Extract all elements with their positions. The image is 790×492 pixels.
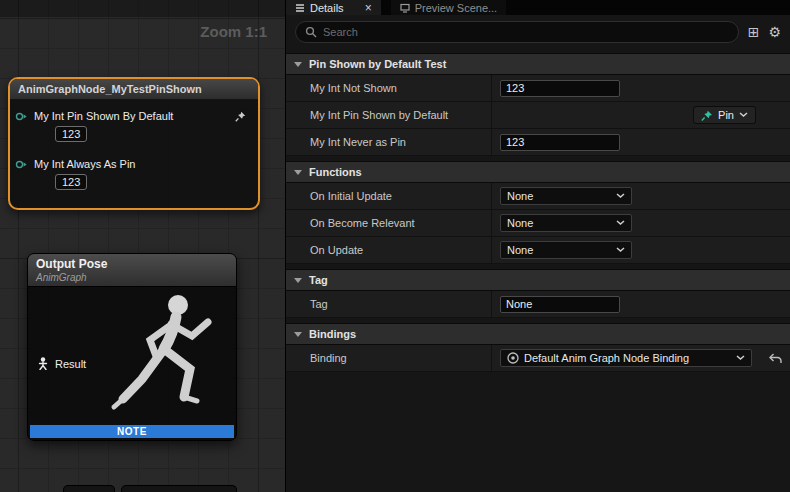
chevron-down-icon: [294, 332, 302, 337]
property-row-binding: Binding Default Anim Graph Node Binding: [286, 345, 790, 372]
property-row-my-int-pin-shown: My Int Pin Shown by Default Pin: [286, 102, 790, 129]
section-title: Functions: [309, 166, 362, 178]
section-title: Tag: [309, 274, 328, 286]
property-row-on-initial-update: On Initial Update None: [286, 183, 790, 210]
property-value: [491, 129, 790, 155]
dropdown-value: None: [507, 244, 611, 256]
search-icon: [305, 26, 317, 38]
section-title: Pin Shown by Default Test: [309, 58, 446, 70]
tab-label: Preview Scene...: [415, 2, 498, 14]
int-pin-icon[interactable]: [15, 111, 28, 122]
tab-preview-scene[interactable]: Preview Scene...: [391, 0, 507, 15]
result-pin[interactable]: Result: [37, 357, 86, 370]
section-title: Bindings: [309, 328, 356, 340]
pin-label: My Int Always As Pin: [34, 158, 135, 170]
preview-scene-tab-icon: [400, 3, 410, 13]
section-header-pin-shown[interactable]: Pin Shown by Default Test: [286, 53, 790, 75]
node-header[interactable]: Output Pose AnimGraph: [28, 254, 236, 287]
property-value: None: [491, 183, 790, 209]
node-title[interactable]: AnimGraphNode_MyTestPinShown: [10, 79, 258, 100]
details-panel: Details × Preview Scene... ⊞ ⚙ Pin Shown…: [285, 0, 790, 492]
pin-toggle-icon[interactable]: [235, 111, 252, 122]
property-row-tag: Tag: [286, 291, 790, 318]
tab-details[interactable]: Details ×: [286, 0, 381, 15]
close-icon[interactable]: ×: [365, 2, 372, 14]
int-pin-icon[interactable]: [15, 159, 28, 170]
reset-binding-arrow-icon[interactable]: [769, 353, 782, 364]
chevron-down-icon: [736, 355, 745, 361]
binding-icon: [507, 352, 519, 364]
graph-editor-canvas[interactable]: Zoom 1:1 AnimGraphNode_MyTestPinShown My…: [0, 0, 285, 492]
property-label: My Int Pin Shown by Default: [286, 102, 491, 128]
pin-label: My Int Pin Shown By Default: [34, 110, 173, 122]
output-pose-node[interactable]: Output Pose AnimGraph: [27, 253, 237, 441]
mannequin-image: [104, 287, 234, 437]
section-header-tag[interactable]: Tag: [286, 269, 790, 291]
tag-input[interactable]: [500, 296, 620, 313]
on-initial-update-dropdown[interactable]: None: [500, 187, 632, 205]
chevron-down-icon: [616, 193, 625, 199]
property-value: Pin: [491, 102, 790, 128]
pin-value-input[interactable]: 123: [55, 174, 87, 190]
property-label: On Become Relevant: [286, 210, 491, 236]
property-label: On Update: [286, 237, 491, 263]
zoom-level-label: Zoom 1:1: [200, 23, 267, 40]
tab-label: Details: [310, 2, 344, 14]
property-label: My Int Never as Pin: [286, 129, 491, 155]
on-become-relevant-dropdown[interactable]: None: [500, 214, 632, 232]
pin-visibility-dropdown[interactable]: Pin: [693, 106, 756, 124]
chevron-down-icon: [294, 278, 302, 283]
chevron-down-icon: [294, 170, 302, 175]
graph-top-strip: [0, 0, 285, 17]
node-title: Output Pose: [36, 257, 228, 271]
property-value: None: [491, 210, 790, 236]
search-row: ⊞ ⚙: [286, 15, 790, 48]
pose-pin-icon: [37, 357, 49, 370]
result-pin-label: Result: [55, 358, 86, 370]
binding-dropdown[interactable]: Default Anim Graph Node Binding: [500, 349, 752, 367]
on-update-dropdown[interactable]: None: [500, 241, 632, 259]
chevron-down-icon: [739, 112, 748, 118]
anim-graph-test-node[interactable]: AnimGraphNode_MyTestPinShown My Int Pin …: [8, 77, 260, 210]
node-subtitle: AnimGraph: [36, 272, 228, 283]
property-value: Default Anim Graph Node Binding: [491, 345, 790, 371]
dropdown-value: None: [507, 217, 611, 229]
section-header-bindings[interactable]: Bindings: [286, 323, 790, 345]
tab-bar: Details × Preview Scene...: [286, 0, 790, 15]
gear-icon[interactable]: ⚙: [768, 25, 781, 39]
search-box[interactable]: [295, 21, 739, 43]
display-filter-icon[interactable]: ⊞: [748, 25, 760, 39]
my-int-never-as-pin-input[interactable]: [500, 134, 620, 151]
pin-combo-label: Pin: [718, 109, 734, 121]
property-row-my-int-not-shown: My Int Not Shown: [286, 75, 790, 102]
search-input[interactable]: [323, 26, 729, 38]
pin-value-input[interactable]: 123: [55, 126, 87, 142]
property-label: Tag: [286, 291, 491, 317]
property-label: Binding: [286, 345, 491, 371]
partial-node[interactable]: [121, 485, 237, 492]
property-row-my-int-never-pin: My Int Never as Pin: [286, 129, 790, 156]
property-label: On Initial Update: [286, 183, 491, 209]
pin-icon: [701, 110, 713, 121]
dropdown-value: None: [507, 190, 611, 202]
details-tab-icon: [295, 3, 305, 13]
property-value: [491, 291, 790, 317]
property-row-on-update: On Update None: [286, 237, 790, 264]
my-int-not-shown-input[interactable]: [500, 80, 620, 97]
chevron-down-icon: [616, 247, 625, 253]
dropdown-value: Default Anim Graph Node Binding: [524, 352, 731, 364]
note-badge: NOTE: [30, 425, 234, 438]
chevron-down-icon: [294, 62, 302, 67]
section-header-functions[interactable]: Functions: [286, 161, 790, 183]
property-row-on-become-relevant: On Become Relevant None: [286, 210, 790, 237]
property-value: [491, 75, 790, 101]
property-value: None: [491, 237, 790, 263]
chevron-down-icon: [616, 220, 625, 226]
property-label: My Int Not Shown: [286, 75, 491, 101]
partial-node[interactable]: [63, 485, 115, 492]
